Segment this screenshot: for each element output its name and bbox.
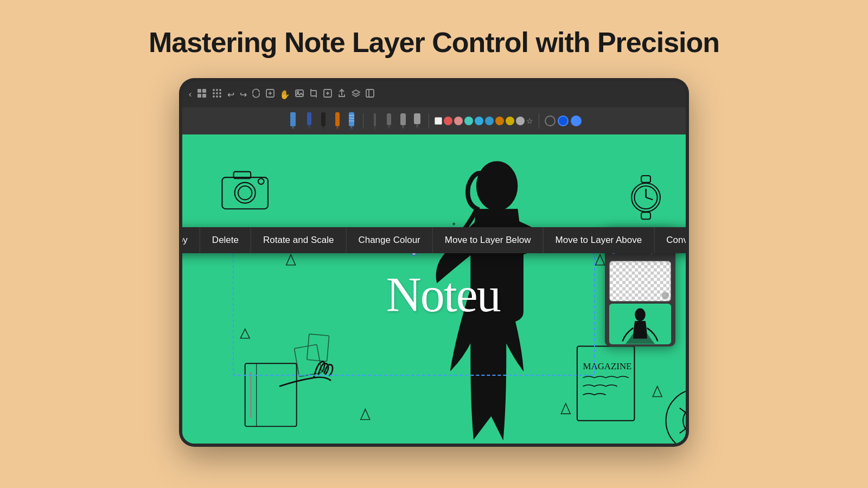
color-palette: ☆ (435, 117, 533, 125)
tool-divider-2 (429, 113, 429, 129)
drawing-area: MAGAZINE (182, 134, 686, 444)
svg-marker-40 (374, 126, 376, 130)
svg-rect-28 (307, 112, 311, 125)
svg-rect-43 (400, 113, 406, 125)
context-menu-bar: Cut Copy Delete Rotate and Scale Change … (182, 227, 686, 253)
svg-marker-29 (308, 125, 311, 130)
back-icon[interactable]: ‹ (189, 89, 192, 99)
svg-rect-39 (374, 113, 376, 126)
color-dot-yellow[interactable] (506, 117, 514, 125)
color-dot-gray[interactable] (516, 117, 525, 125)
layer-thumb-2[interactable] (609, 304, 671, 344)
color-dot-blue[interactable] (475, 117, 483, 125)
svg-rect-2 (197, 94, 201, 98)
move-layer-below-menu-item[interactable]: Move to Layer Below (433, 227, 544, 253)
pen-tool-2[interactable] (317, 111, 329, 131)
selection-box (233, 252, 595, 376)
svg-point-66 (477, 162, 517, 210)
svg-marker-46 (416, 124, 419, 130)
svg-text:✦: ✦ (451, 221, 456, 227)
image-icon[interactable] (295, 88, 304, 100)
svg-marker-33 (336, 126, 339, 130)
svg-rect-1 (202, 89, 206, 93)
svg-point-10 (213, 95, 215, 98)
convert-text-menu-item[interactable]: Convert to Text (654, 227, 686, 253)
svg-point-8 (216, 92, 218, 94)
color-dot-pink[interactable] (454, 117, 463, 125)
add-frame-icon[interactable] (323, 88, 333, 100)
apps-icon[interactable] (212, 88, 222, 100)
rotate-scale-menu-item[interactable]: Rotate and Scale (251, 227, 346, 253)
delete-menu-item[interactable]: Delete (200, 227, 251, 253)
svg-point-11 (216, 95, 218, 98)
svg-rect-32 (335, 112, 340, 126)
svg-rect-3 (202, 94, 206, 98)
svg-rect-34 (349, 112, 354, 126)
page-title: Mastering Note Layer Control with Precis… (149, 26, 719, 59)
svg-rect-18 (311, 91, 316, 96)
pen-tool-5[interactable] (369, 111, 381, 131)
pen-tool-7[interactable] (397, 111, 409, 131)
svg-rect-45 (414, 113, 420, 124)
canvas-background: MAGAZINE (182, 134, 686, 444)
color-dot-darkblue[interactable] (485, 117, 494, 125)
tool-divider-3 (539, 113, 539, 129)
pen-tool-4[interactable] (346, 111, 358, 131)
edit-icon[interactable] (265, 88, 275, 100)
color-dot-teal[interactable] (464, 117, 473, 125)
svg-point-12 (219, 95, 221, 98)
pen-tool-8[interactable] (411, 111, 423, 131)
svg-rect-41 (387, 113, 391, 125)
svg-point-7 (213, 92, 215, 94)
svg-rect-30 (321, 112, 326, 126)
tablet-frame: ‹ ↩ ↪ (179, 78, 689, 447)
tool-divider (363, 113, 363, 129)
svg-marker-27 (291, 126, 295, 130)
redo-icon[interactable]: ↪ (240, 89, 247, 100)
svg-rect-90 (610, 262, 671, 301)
crop-icon[interactable] (309, 88, 318, 100)
sidebar-icon[interactable] (365, 88, 375, 100)
svg-rect-26 (290, 112, 296, 126)
svg-point-9 (219, 92, 221, 94)
sync-icon[interactable] (251, 88, 261, 100)
undo-icon[interactable]: ↩ (227, 89, 234, 100)
svg-point-93 (635, 309, 646, 322)
radio-btn-empty[interactable] (545, 115, 556, 126)
layer-thumb-1[interactable] (609, 261, 671, 301)
star-icon[interactable]: ☆ (526, 117, 533, 125)
radio-btn-filled-2[interactable] (571, 115, 582, 126)
tools-bar: ☆ (182, 107, 686, 134)
color-checkbox[interactable] (435, 117, 442, 125)
tablet-inner: ‹ ↩ ↪ (182, 81, 686, 444)
layers-icon[interactable] (351, 88, 361, 100)
svg-marker-38 (350, 126, 353, 130)
svg-marker-42 (387, 125, 391, 130)
radio-group (545, 115, 582, 126)
toolbar-right: ✋ (251, 88, 375, 100)
copy-menu-item[interactable]: Copy (182, 227, 200, 253)
move-layer-above-menu-item[interactable]: Move to Layer Above (544, 227, 655, 253)
color-dot-red[interactable] (444, 117, 452, 125)
svg-point-6 (219, 89, 221, 91)
svg-rect-24 (366, 89, 374, 97)
svg-marker-31 (322, 126, 325, 130)
svg-marker-44 (401, 125, 405, 130)
svg-rect-0 (197, 89, 201, 93)
svg-rect-91 (662, 292, 669, 299)
pen-tool-3[interactable] (331, 111, 343, 131)
grid-view-icon[interactable] (197, 88, 207, 100)
change-colour-menu-item[interactable]: Change Colour (346, 227, 432, 253)
pen-tool-6[interactable] (383, 111, 395, 131)
radio-btn-filled-1[interactable] (558, 115, 569, 126)
toolbar-left: ‹ ↩ ↪ (189, 88, 247, 100)
color-dot-orange[interactable] (495, 117, 504, 125)
hand-icon[interactable]: ✋ (279, 89, 290, 100)
pen-tool-1[interactable] (303, 111, 315, 131)
svg-point-5 (216, 89, 218, 91)
svg-point-4 (213, 89, 215, 91)
text-tool-icon[interactable] (287, 111, 299, 131)
top-toolbar: ‹ ↩ ↪ (182, 81, 686, 107)
share-icon[interactable] (337, 88, 347, 100)
